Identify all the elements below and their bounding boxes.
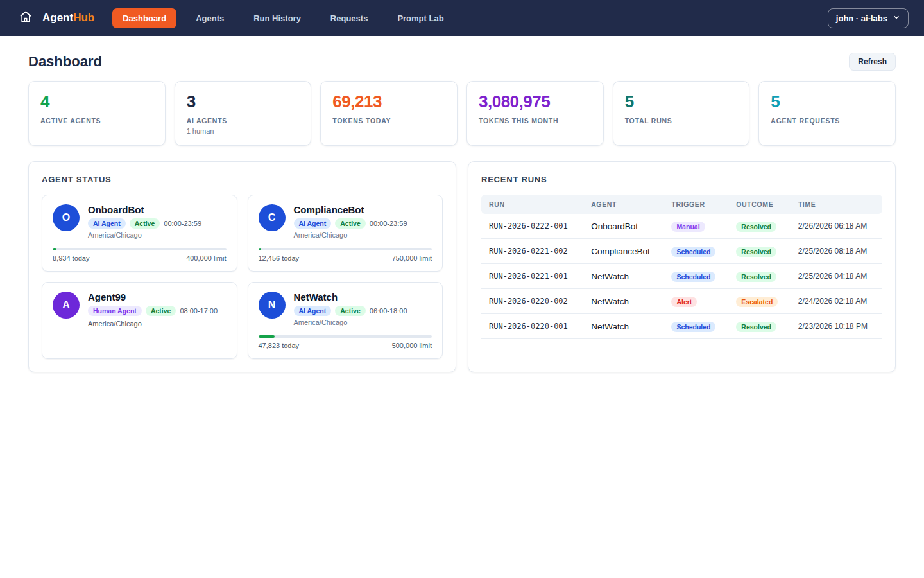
nav-item-agents[interactable]: Agents bbox=[185, 8, 234, 28]
nav-item-dashboard[interactable]: Dashboard bbox=[112, 8, 176, 28]
column-header-trigger: TRIGGER bbox=[663, 195, 728, 214]
agent-card-compliancebot: C ComplianceBot AI Agent Active 00:00-23… bbox=[248, 195, 443, 272]
refresh-button[interactable]: Refresh bbox=[849, 53, 896, 71]
page-header: Dashboard Refresh bbox=[28, 53, 896, 71]
run-time: 2/23/2026 10:18 PM bbox=[791, 314, 882, 339]
usage-progress-fill bbox=[53, 248, 56, 250]
brand-part1: Agent bbox=[42, 12, 73, 24]
stat-value: 3 bbox=[187, 92, 300, 112]
run-agent: NetWatch bbox=[583, 289, 663, 314]
agent-type-badge: Human Agent bbox=[88, 306, 142, 316]
brand-logo[interactable]: AgentHub bbox=[42, 12, 94, 24]
nav-item-requests[interactable]: Requests bbox=[320, 8, 379, 28]
run-time: 2/25/2026 08:18 AM bbox=[791, 239, 882, 264]
user-menu-label: john · ai-labs bbox=[836, 13, 887, 23]
top-navbar: AgentHub Dashboard Agents Run History Re… bbox=[0, 0, 924, 36]
usage-progress-fill bbox=[259, 248, 262, 250]
status-badge: Active bbox=[335, 218, 366, 229]
trigger-badge: Alert bbox=[671, 297, 697, 307]
column-header-time: TIME bbox=[791, 195, 882, 214]
stat-card-row: 4 ACTIVE AGENTS 3 AI AGENTS 1 human 69,2… bbox=[28, 81, 896, 146]
stat-label: ACTIVE AGENTS bbox=[40, 117, 153, 125]
run-id: RUN-2026-0221-002 bbox=[481, 239, 583, 264]
avatar: C bbox=[259, 204, 286, 231]
column-header-outcome: OUTCOME bbox=[728, 195, 791, 214]
page-title: Dashboard bbox=[28, 53, 102, 70]
run-time: 2/24/2026 02:18 AM bbox=[791, 289, 882, 314]
agent-card-netwatch: N NetWatch AI Agent Active 06:00-18:00 A… bbox=[248, 282, 443, 359]
usage-limit: 750,000 limit bbox=[392, 254, 432, 262]
stat-value: 4 bbox=[40, 92, 153, 112]
agent-name: OnboardBot bbox=[88, 204, 201, 215]
stat-value: 5 bbox=[771, 92, 884, 112]
agent-type-badge: AI Agent bbox=[88, 218, 126, 229]
status-badge: Active bbox=[335, 306, 366, 316]
agent-card-agent99: A Agent99 Human Agent Active 08:00-17:00… bbox=[42, 282, 237, 359]
home-icon bbox=[19, 10, 32, 26]
home-button[interactable] bbox=[15, 8, 36, 28]
stat-label: AGENT REQUESTS bbox=[771, 117, 884, 125]
recent-runs-table: RUN AGENT TRIGGER OUTCOME TIME RUN-2026-… bbox=[481, 195, 882, 339]
usage-progress-bar bbox=[53, 248, 227, 250]
nav-item-prompt-lab[interactable]: Prompt Lab bbox=[387, 8, 454, 28]
usage-progress-fill bbox=[259, 335, 275, 338]
stat-card-ai-agents: 3 AI AGENTS 1 human bbox=[175, 81, 312, 146]
run-time: 2/25/2026 04:18 AM bbox=[791, 264, 882, 289]
table-row: RUN-2026-0220-002 NetWatch Alert Escalat… bbox=[481, 289, 882, 314]
panel-row: AGENT STATUS O OnboardBot AI Agent Activ… bbox=[28, 161, 896, 372]
agent-card-onboardbot: O OnboardBot AI Agent Active 00:00-23:59… bbox=[42, 195, 237, 272]
stat-label: AI AGENTS bbox=[187, 117, 300, 125]
run-time: 2/26/2026 06:18 AM bbox=[791, 214, 882, 239]
status-badge: Active bbox=[146, 306, 176, 316]
outcome-badge: Resolved bbox=[736, 322, 776, 332]
run-id: RUN-2026-0220-001 bbox=[481, 314, 583, 339]
stat-label: TOTAL RUNS bbox=[625, 117, 738, 125]
nav-item-run-history[interactable]: Run History bbox=[243, 8, 311, 28]
agent-hours: 00:00-23:59 bbox=[370, 220, 407, 227]
recent-runs-panel: RECENT RUNS RUN AGENT TRIGGER OUTCOME TI… bbox=[468, 161, 896, 372]
run-id: RUN-2026-0222-001 bbox=[481, 214, 583, 239]
agent-timezone: America/Chicago bbox=[294, 231, 407, 239]
user-menu-button[interactable]: john · ai-labs bbox=[828, 8, 909, 28]
run-id: RUN-2026-0221-001 bbox=[481, 264, 583, 289]
usage-today: 12,456 today bbox=[259, 254, 300, 262]
agent-hours: 06:00-18:00 bbox=[370, 307, 407, 315]
agent-hours: 08:00-17:00 bbox=[180, 307, 218, 315]
run-agent: NetWatch bbox=[583, 264, 663, 289]
agent-status-title: AGENT STATUS bbox=[42, 175, 443, 184]
usage-limit: 400,000 limit bbox=[186, 254, 226, 262]
trigger-badge: Scheduled bbox=[671, 322, 715, 332]
stat-card-total-runs: 5 TOTAL RUNS bbox=[613, 81, 750, 146]
status-badge: Active bbox=[130, 218, 160, 229]
run-agent: NetWatch bbox=[583, 314, 663, 339]
run-agent: OnboardBot bbox=[583, 214, 663, 239]
usage-today: 8,934 today bbox=[53, 254, 90, 262]
usage-progress-bar bbox=[259, 335, 432, 338]
agent-hours: 00:00-23:59 bbox=[164, 220, 201, 227]
stat-card-tokens-today: 69,213 TOKENS TODAY bbox=[320, 81, 458, 146]
trigger-badge: Scheduled bbox=[671, 272, 715, 282]
agent-timezone: America/Chicago bbox=[88, 320, 142, 328]
table-row: RUN-2026-0222-001 OnboardBot Manual Reso… bbox=[481, 214, 882, 239]
run-id: RUN-2026-0220-002 bbox=[481, 289, 583, 314]
stat-value: 5 bbox=[625, 92, 738, 112]
recent-runs-title: RECENT RUNS bbox=[481, 175, 882, 184]
usage-today: 47,823 today bbox=[259, 342, 300, 349]
table-row: RUN-2026-0221-002 ComplianceBot Schedule… bbox=[481, 239, 882, 264]
stat-label: TOKENS TODAY bbox=[332, 117, 445, 125]
outcome-badge: Resolved bbox=[736, 272, 776, 282]
agent-status-panel: AGENT STATUS O OnboardBot AI Agent Activ… bbox=[28, 161, 456, 372]
brand-part2: Hub bbox=[73, 12, 94, 24]
outcome-badge: Resolved bbox=[736, 247, 776, 257]
avatar: A bbox=[53, 292, 80, 319]
agent-grid: O OnboardBot AI Agent Active 00:00-23:59… bbox=[42, 195, 443, 359]
outcome-badge: Escalated bbox=[736, 297, 778, 307]
agent-type-badge: AI Agent bbox=[294, 306, 332, 316]
chevron-down-icon bbox=[893, 13, 900, 23]
table-row: RUN-2026-0220-001 NetWatch Scheduled Res… bbox=[481, 314, 882, 339]
stat-card-active-agents: 4 ACTIVE AGENTS bbox=[28, 81, 166, 146]
outcome-badge: Resolved bbox=[736, 222, 776, 232]
trigger-badge: Manual bbox=[671, 222, 705, 232]
stat-sub: 1 human bbox=[187, 127, 300, 135]
trigger-badge: Scheduled bbox=[671, 247, 715, 257]
